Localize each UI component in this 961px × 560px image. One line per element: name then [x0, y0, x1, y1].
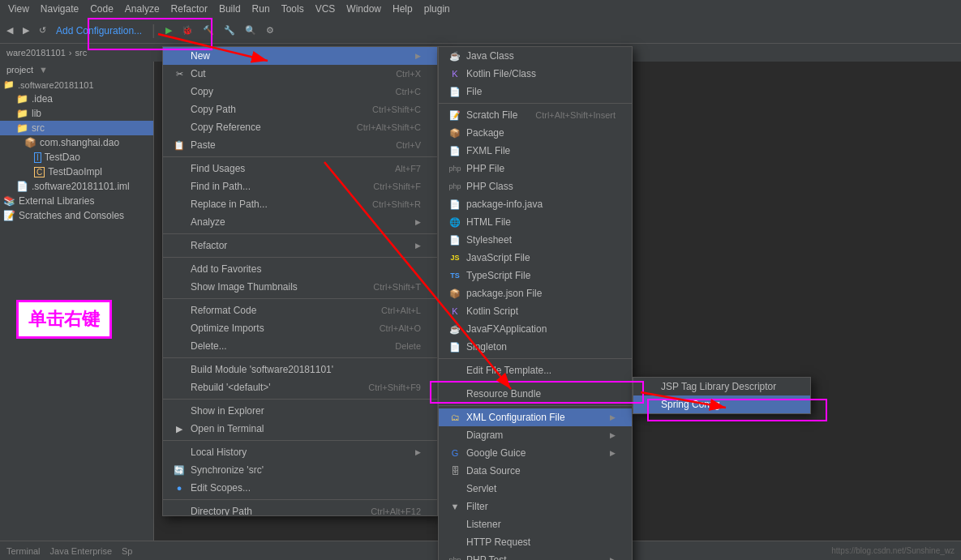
sub-data-source[interactable]: 🗄 Data Source — [439, 462, 632, 480]
menu-analyze[interactable]: Analyze — [120, 2, 165, 16]
ctx-build-module[interactable]: Build Module 'software20181101' — [163, 361, 437, 378]
menu-plugin[interactable]: plugin — [419, 2, 455, 16]
sub-singleton[interactable]: 📄 Singleton — [439, 338, 632, 356]
ctx-dir-path[interactable]: Directory Path Ctrl+Alt+F12 — [163, 502, 437, 516]
sub-file[interactable]: 📄 File — [439, 83, 632, 100]
status-terminal[interactable]: Terminal — [6, 546, 41, 556]
ctx-find-path[interactable]: Find in Path... Ctrl+Shift+F — [163, 177, 437, 195]
reload-button[interactable]: ↺ — [36, 24, 49, 37]
sub-xml-jsp[interactable]: JSP Tag Library Descriptor — [633, 378, 810, 395]
run-button[interactable]: ▶ — [162, 24, 175, 37]
ctx-delete[interactable]: Delete... Delete — [163, 337, 437, 355]
ctx-edit-scopes[interactable]: ● Edit Scopes... — [163, 479, 437, 497]
ctx-reformat[interactable]: Reformat Code Ctrl+Alt+L — [163, 301, 437, 319]
ctx-find-usages[interactable]: Find Usages Alt+F7 — [163, 160, 437, 177]
sub-http-request[interactable]: HTTP Request — [439, 533, 632, 551]
sub-kotlin-class[interactable]: K Kotlin File/Class — [439, 65, 632, 83]
sep-5 — [163, 357, 437, 358]
sub-kotlin-script[interactable]: K Kotlin Script — [439, 302, 632, 320]
tree-item-idea[interactable]: 📁 .idea — [0, 92, 153, 106]
breadcrumb-src[interactable]: src — [75, 48, 87, 58]
menu-help[interactable]: Help — [388, 2, 418, 16]
menu-window[interactable]: Window — [341, 2, 386, 16]
sub-pkg-json[interactable]: 📦 package.json File — [439, 284, 632, 302]
ctx-replace-path[interactable]: Replace in Path... Ctrl+Shift+R — [163, 195, 437, 213]
sub-sep-4 — [439, 405, 632, 406]
menu-build[interactable]: Build — [214, 2, 246, 16]
sub-html[interactable]: 🌐 HTML File — [439, 213, 632, 231]
ctx-add-favorites[interactable]: Add to Favorites — [163, 260, 437, 278]
submenu-xml: JSP Tag Library Descriptor Spring Config — [633, 377, 811, 414]
sub-sep-3 — [439, 382, 632, 383]
status-java-enterprise[interactable]: Java Enterprise — [50, 546, 112, 556]
sub-xml-spring-config[interactable]: Spring Config — [633, 395, 810, 413]
ctx-show-explorer[interactable]: Show in Explorer — [163, 402, 437, 420]
menu-vcs[interactable]: VCS — [311, 2, 341, 16]
ctx-refactor[interactable]: Refactor — [163, 237, 437, 254]
sub-servlet[interactable]: Servlet — [439, 480, 632, 498]
status-sp[interactable]: Sp — [122, 546, 132, 556]
sub-xml-config[interactable]: 🗂 XML Configuration File — [439, 408, 632, 426]
ctx-copy-ref[interactable]: Copy Reference Ctrl+Alt+Shift+C — [163, 118, 437, 136]
tree-item-testdaoimpl[interactable]: C TestDaoImpl — [0, 165, 153, 179]
tree-item-testdao[interactable]: I TestDao — [0, 150, 153, 165]
menu-tools[interactable]: Tools — [277, 2, 309, 16]
build-button[interactable]: 🔨 — [199, 24, 217, 37]
sub-js[interactable]: JS JavaScript File — [439, 249, 632, 267]
sub-pkg-info[interactable]: 📄 package-info.java — [439, 195, 632, 213]
debug-button[interactable]: 🐞 — [178, 24, 196, 37]
ctx-cut[interactable]: ✂ Cut Ctrl+X — [163, 65, 437, 83]
sub-scratch-file[interactable]: 📝 Scratch File Ctrl+Alt+Shift+Insert — [439, 106, 632, 124]
ctx-new[interactable]: New — [163, 47, 437, 65]
sep-2 — [163, 233, 437, 234]
tree-item-lib[interactable]: 📁 lib — [0, 106, 153, 121]
back-button[interactable]: ◀ — [3, 24, 16, 37]
forward-button[interactable]: ▶ — [19, 24, 32, 37]
ctx-analyze[interactable]: Analyze — [163, 213, 437, 231]
search-button[interactable]: 🔍 — [242, 24, 260, 37]
tree-item-dao-pkg[interactable]: 📦 com.shanghai.dao — [0, 135, 153, 150]
sub-javafx[interactable]: ☕ JavaFXApplication — [439, 320, 632, 338]
tree-item-external-libs[interactable]: 📚 External Libraries — [0, 194, 153, 208]
ctx-open-terminal[interactable]: ▶ Open in Terminal — [163, 420, 437, 438]
ctx-copy[interactable]: Copy Ctrl+C — [163, 83, 437, 100]
menu-code[interactable]: Code — [85, 2, 118, 16]
sub-package[interactable]: 📦 Package — [439, 124, 632, 142]
sub-php-file[interactable]: php PHP File — [439, 160, 632, 177]
sub-listener[interactable]: Listener — [439, 515, 632, 533]
menu-refactor[interactable]: Refactor — [166, 2, 212, 16]
menu-view[interactable]: View — [3, 2, 34, 16]
settings-gear[interactable]: ⚙ — [263, 24, 277, 37]
ctx-copy-path[interactable]: Copy Path Ctrl+Shift+C — [163, 100, 437, 118]
sub-stylesheet[interactable]: 📄 Stylesheet — [439, 231, 632, 249]
sub-google-guice[interactable]: G Google Guice — [439, 444, 632, 462]
sub-ts[interactable]: TS TypeScript File — [439, 267, 632, 284]
ctx-local-history[interactable]: Local History — [163, 443, 437, 461]
sub-php-class[interactable]: php PHP Class — [439, 177, 632, 195]
tree-item-src[interactable]: 📁 src — [0, 121, 153, 135]
ctx-rebuild[interactable]: Rebuild '<default>' Ctrl+Shift+F9 — [163, 378, 437, 396]
tree-item-iml[interactable]: 📄 .software20181101.iml — [0, 179, 153, 194]
menu-run[interactable]: Run — [247, 2, 275, 16]
sub-java-class[interactable]: ☕ Java Class — [439, 47, 632, 65]
tree-item-scratches[interactable]: 📝 Scratches and Consoles — [0, 208, 153, 223]
watermark: https://blog.csdn.net/Sunshine_wz — [831, 546, 955, 555]
ctx-show-thumbnails[interactable]: Show Image Thumbnails Ctrl+Shift+T — [163, 278, 437, 296]
sub-filter[interactable]: ▼ Filter — [439, 498, 632, 515]
sub-fxml[interactable]: 📄 FXML File — [439, 142, 632, 160]
tree-item-software[interactable]: 📁 .software20181101 — [0, 78, 153, 92]
breadcrumb-ware[interactable]: ware20181101 — [6, 48, 66, 58]
ctx-synchronize[interactable]: 🔄 Synchronize 'src' — [163, 461, 437, 479]
sep-3 — [163, 257, 437, 258]
sep-4 — [163, 298, 437, 299]
sub-edit-template[interactable]: Edit File Template... — [439, 361, 632, 379]
sub-resource-bundle[interactable]: Resource Bundle — [439, 385, 632, 403]
add-configuration-button[interactable]: Add Configuration... — [53, 24, 145, 38]
ctx-paste[interactable]: 📋 Paste Ctrl+V — [163, 136, 437, 154]
ctx-optimize-imports[interactable]: Optimize Imports Ctrl+Alt+O — [163, 319, 437, 337]
sub-diagram[interactable]: Diagram — [439, 426, 632, 444]
sub-php-test[interactable]: php PHP Test — [439, 551, 632, 560]
menu-navigate[interactable]: Navigate — [36, 2, 84, 16]
tools-button2[interactable]: 🔧 — [221, 24, 238, 37]
sep-8 — [163, 499, 437, 500]
